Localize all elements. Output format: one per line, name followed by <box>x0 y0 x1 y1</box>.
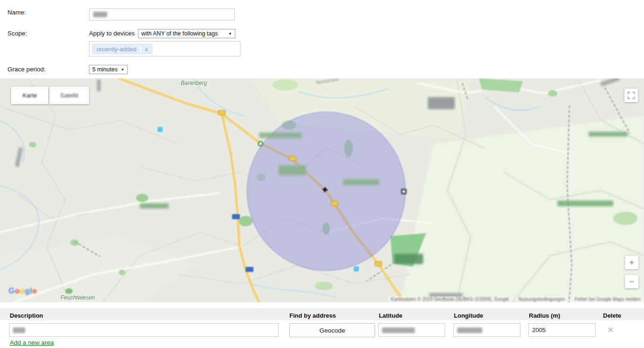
select-arrow-icon: ▼ <box>118 68 124 72</box>
road-shield-marker <box>218 110 226 115</box>
road-shield-marker <box>375 261 382 266</box>
longitude-input[interactable] <box>453 323 521 337</box>
fullscreen-icon <box>628 92 635 99</box>
poi-marker-blue <box>232 214 240 219</box>
geofence-editor-page: Name: Scope: Apply to devices with ANY o… <box>0 0 644 348</box>
fullscreen-button[interactable] <box>624 89 638 102</box>
maptype-satellite-label: Satellit <box>60 92 78 99</box>
tag-chip-label: recently-added <box>93 46 140 53</box>
zoom-in-button[interactable]: + <box>625 256 638 269</box>
name-label: Name: <box>7 9 26 16</box>
report-error-link[interactable]: Fehler bei Google Maps melden <box>573 297 643 302</box>
google-logo[interactable]: Google <box>8 286 37 296</box>
header-delete: Delete <box>603 312 621 319</box>
grace-period-select[interactable]: 5 minutes ▼ <box>89 65 128 74</box>
geocode-button-label: Geocode <box>320 327 345 334</box>
blurred-map-label <box>589 132 628 137</box>
maptype-map-button[interactable]: Karte <box>11 87 48 104</box>
scope-label: Scope: <box>7 30 27 37</box>
tag-match-selected-option: with ANY of the following tags <box>141 30 218 37</box>
poi-marker-gray <box>401 188 407 195</box>
map-label-barenberg: Barenberg <box>181 80 207 86</box>
header-find-by-address: Find by address <box>289 312 336 319</box>
header-description: Description <box>10 312 43 319</box>
add-new-area-link[interactable]: Add a new area <box>10 339 54 346</box>
map-label-feuchtwiesen: Feuchtwiesen <box>61 294 95 301</box>
grace-period-label: Grace period: <box>7 66 46 73</box>
zoom-out-button[interactable]: − <box>625 275 638 288</box>
road-shield-marker <box>331 201 338 206</box>
tag-match-select[interactable]: with ANY of the following tags ▼ <box>138 29 235 38</box>
radius-value: 2005 <box>532 327 546 334</box>
blurred-map-label <box>259 132 302 138</box>
longitude-value-redacted <box>457 327 482 333</box>
blurred-map-label <box>428 97 455 109</box>
tag-chip: recently-added x <box>92 44 152 54</box>
poi-marker-blue <box>246 267 253 272</box>
delete-area-button[interactable]: ✕ <box>607 325 614 335</box>
header-longitude: Longitude <box>454 312 483 319</box>
transit-stop-marker <box>258 141 263 146</box>
radius-input[interactable]: 2005 <box>528 323 596 337</box>
maptype-map-label: Karte <box>22 92 37 99</box>
attribution-copyright: Kartendaten © 2019 GeoBasis-DE/BKG (©200… <box>389 297 511 302</box>
blurred-map-label <box>279 165 306 175</box>
tag-remove-button[interactable]: x <box>140 46 152 53</box>
description-input[interactable] <box>9 323 279 337</box>
blurred-map-label <box>557 201 613 206</box>
blurred-map-label <box>97 79 101 91</box>
apply-to-devices-label: Apply to devices <box>89 30 135 37</box>
poi-marker-cyan <box>158 127 163 132</box>
minus-icon: − <box>629 277 634 286</box>
plus-icon: + <box>629 258 634 267</box>
map-attribution: Kartendaten © 2019 GeoBasis-DE/BKG (©200… <box>389 297 643 302</box>
header-radius: Radius (m) <box>529 312 560 319</box>
select-arrow-icon: ▼ <box>226 32 232 36</box>
name-value-redacted <box>93 12 107 17</box>
latitude-input[interactable] <box>378 323 445 337</box>
blurred-map-label <box>394 254 423 264</box>
road-shield-marker <box>289 156 296 161</box>
grace-period-selected-option: 5 minutes <box>92 66 117 73</box>
description-value-redacted <box>13 327 25 333</box>
blurred-map-label <box>343 179 379 185</box>
name-input[interactable] <box>89 8 235 21</box>
tags-input[interactable]: recently-added x <box>89 41 240 56</box>
geocode-button[interactable]: Geocode <box>289 323 375 337</box>
map-container[interactable]: Barenberg Feuchtwiesen Nordstraße ✚ Kart… <box>0 78 644 302</box>
maptype-satellite-button[interactable]: Satellit <box>49 87 89 104</box>
blurred-map-label <box>140 203 169 209</box>
poi-marker-cyan <box>354 266 359 271</box>
geofence-center-marker[interactable]: ✚ <box>322 185 329 195</box>
header-latitude: Latitude <box>379 312 403 319</box>
terms-link[interactable]: Nutzungsbedingungen <box>517 297 567 302</box>
latitude-value-redacted <box>382 327 415 333</box>
